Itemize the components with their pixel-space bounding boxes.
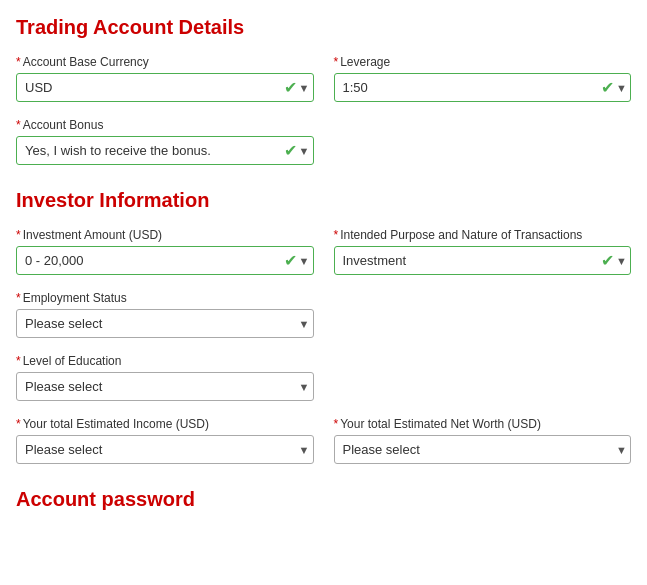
intended-purpose-select[interactable]: Investment: [334, 246, 632, 275]
investment-amount-label: *Investment Amount (USD): [16, 228, 314, 242]
employment-status-label: *Employment Status: [16, 291, 314, 305]
education-level-select-wrapper[interactable]: Please select ✔ ▼: [16, 372, 314, 401]
required-star: *: [334, 417, 339, 431]
intended-purpose-label: *Intended Purpose and Nature of Transact…: [334, 228, 632, 242]
required-star: *: [334, 228, 339, 242]
account-password-title: Account password: [16, 488, 631, 511]
trading-account-row-1: *Account Base Currency USD ✔ ▼ *Leverage…: [16, 55, 631, 102]
employment-status-select-wrapper[interactable]: Please select ✔ ▼: [16, 309, 314, 338]
required-star: *: [16, 354, 21, 368]
bonus-select[interactable]: Yes, I wish to receive the bonus.: [16, 136, 314, 165]
account-password-section: Account password: [16, 488, 631, 511]
employment-status-select[interactable]: Please select: [16, 309, 314, 338]
education-level-group: *Level of Education Please select ✔ ▼: [16, 354, 314, 401]
investment-amount-group: *Investment Amount (USD) 0 - 20,000 ✔ ▼: [16, 228, 314, 275]
intended-purpose-group: *Intended Purpose and Nature of Transact…: [334, 228, 632, 275]
employment-status-group: *Employment Status Please select ✔ ▼: [16, 291, 314, 338]
required-star: *: [16, 228, 21, 242]
trading-account-title: Trading Account Details: [16, 16, 631, 39]
trading-account-section: Trading Account Details *Account Base Cu…: [16, 16, 631, 165]
investor-information-section: Investor Information *Investment Amount …: [16, 189, 631, 464]
leverage-label: *Leverage: [334, 55, 632, 69]
net-worth-select-wrapper[interactable]: Please select ✔ ▼: [334, 435, 632, 464]
bonus-label: *Account Bonus: [16, 118, 314, 132]
estimated-income-select[interactable]: Please select: [16, 435, 314, 464]
net-worth-group: *Your total Estimated Net Worth (USD) Pl…: [334, 417, 632, 464]
investment-amount-select-wrapper[interactable]: 0 - 20,000 ✔ ▼: [16, 246, 314, 275]
investor-information-title: Investor Information: [16, 189, 631, 212]
leverage-select[interactable]: 1:50: [334, 73, 632, 102]
investor-row-3: *Level of Education Please select ✔ ▼: [16, 354, 631, 401]
net-worth-label: *Your total Estimated Net Worth (USD): [334, 417, 632, 431]
leverage-select-wrapper[interactable]: 1:50 ✔ ▼: [334, 73, 632, 102]
estimated-income-select-wrapper[interactable]: Please select ✔ ▼: [16, 435, 314, 464]
investor-row-1: *Investment Amount (USD) 0 - 20,000 ✔ ▼ …: [16, 228, 631, 275]
investment-amount-select[interactable]: 0 - 20,000: [16, 246, 314, 275]
base-currency-select-wrapper[interactable]: USD ✔ ▼: [16, 73, 314, 102]
estimated-income-label: *Your total Estimated Income (USD): [16, 417, 314, 431]
intended-purpose-select-wrapper[interactable]: Investment ✔ ▼: [334, 246, 632, 275]
estimated-income-group: *Your total Estimated Income (USD) Pleas…: [16, 417, 314, 464]
net-worth-select[interactable]: Please select: [334, 435, 632, 464]
investor-row-2: *Employment Status Please select ✔ ▼: [16, 291, 631, 338]
required-star: *: [16, 417, 21, 431]
required-star: *: [16, 291, 21, 305]
required-star: *: [16, 118, 21, 132]
base-currency-group: *Account Base Currency USD ✔ ▼: [16, 55, 314, 102]
required-star: *: [16, 55, 21, 69]
investor-row-4: *Your total Estimated Income (USD) Pleas…: [16, 417, 631, 464]
bonus-select-wrapper[interactable]: Yes, I wish to receive the bonus. ✔ ▼: [16, 136, 314, 165]
bonus-group: *Account Bonus Yes, I wish to receive th…: [16, 118, 314, 165]
education-level-label: *Level of Education: [16, 354, 314, 368]
required-star: *: [334, 55, 339, 69]
trading-account-row-2: *Account Bonus Yes, I wish to receive th…: [16, 118, 631, 165]
base-currency-select[interactable]: USD: [16, 73, 314, 102]
leverage-group: *Leverage 1:50 ✔ ▼: [334, 55, 632, 102]
base-currency-label: *Account Base Currency: [16, 55, 314, 69]
education-level-select[interactable]: Please select: [16, 372, 314, 401]
